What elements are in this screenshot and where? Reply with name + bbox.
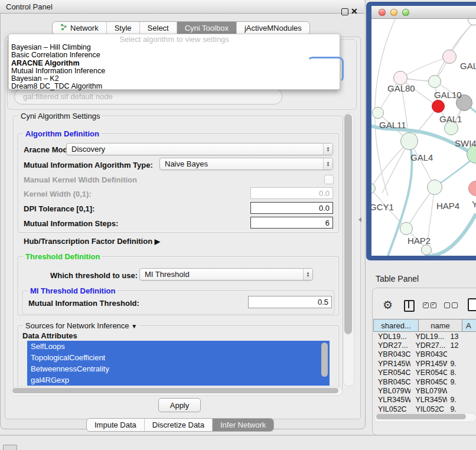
tab-jactivemnodules[interactable]: jActiveMNodules (236, 22, 309, 34)
algorithm-option[interactable]: ARACNE Algorithm (9, 60, 340, 67)
node-label: GAL1 (439, 114, 462, 124)
dpi-tolerance-field[interactable]: 0.0 (250, 202, 333, 214)
table-header: shared... name A (373, 319, 476, 332)
network-node[interactable] (400, 132, 418, 150)
network-node[interactable] (421, 244, 432, 255)
mi-steps-field[interactable]: 6 (250, 217, 333, 229)
mac-close-icon[interactable] (379, 9, 386, 16)
column-header-3[interactable]: A (462, 319, 476, 332)
mac-minimize-icon[interactable] (390, 9, 397, 16)
apply-button[interactable]: Apply (158, 398, 201, 412)
network-node[interactable] (428, 75, 441, 88)
algorithm-option[interactable]: Basic Correlation Inference (9, 51, 340, 59)
table-row[interactable]: YPR145WYPR145W9. (373, 359, 476, 368)
document-icon[interactable] (468, 298, 476, 311)
mi-type-combo[interactable]: Naive Bayes (159, 158, 333, 170)
columns-icon[interactable] (404, 300, 415, 312)
unchecked-boxes-icon[interactable] (444, 302, 458, 308)
stepper-icon (303, 269, 312, 280)
network-selector-combo[interactable]: gal:filtered.sif default node (14, 89, 282, 105)
tab-discretize-data[interactable]: Discretize Data (144, 419, 212, 431)
table-cell: 9. (447, 396, 476, 404)
control-panel-titlebar[interactable]: Control Panel (0, 0, 364, 14)
table-row[interactable]: YDL19...YDL19...13 (373, 332, 476, 341)
algorithm-option[interactable]: Mutual Information Inference (9, 67, 340, 75)
tab-cyni-toolbox[interactable]: Cyni Toolbox (177, 22, 236, 34)
tab-style[interactable]: Style (106, 22, 139, 34)
settings-vscroll-thumb[interactable] (344, 114, 352, 334)
close-icon[interactable]: ✕ (351, 6, 358, 17)
table-cell: 12 (447, 341, 476, 350)
which-threshold-combo[interactable]: MI Threshold (139, 268, 313, 281)
tab-impute-data[interactable]: Impute Data (87, 419, 144, 431)
attribute-item[interactable]: gal4RGexp (27, 374, 330, 386)
mac-zoom-icon[interactable] (402, 9, 409, 16)
kernel-width-label: Kernel Width (0,1): (24, 190, 92, 198)
algorithm-option[interactable]: Bayesian – K2 (9, 75, 340, 83)
attribute-item[interactable]: SelfLoops (27, 341, 330, 352)
panel-splitter-arrow-icon[interactable] (358, 217, 361, 222)
table-cell: YPR145W (373, 360, 410, 368)
table-row[interactable]: YDR27...YDR27...12 (373, 341, 476, 350)
which-threshold-label: Which threshold to use: (50, 271, 138, 280)
mi-threshold-group-title: MI Threshold Definition (28, 286, 118, 295)
mi-steps-label: Mutual Information Steps: (24, 219, 118, 228)
table-row[interactable]: YLR345WYLR345W9. (373, 396, 476, 405)
gear-icon[interactable]: ⚙ (383, 298, 393, 312)
table-cell: YLR345W (373, 396, 410, 404)
attribute-item[interactable]: TopologicalCoefficient (27, 352, 330, 363)
table-row[interactable]: YBR045CYBR045C9. (373, 377, 476, 386)
network-node[interactable] (427, 180, 442, 195)
table-row[interactable]: YBL079WYBL079W (373, 386, 476, 395)
node-label: GAL10 (434, 90, 462, 100)
kernel-width-field[interactable]: 0.0 (250, 187, 333, 199)
manual-kernel-label: Manual Kernel Width Definition (24, 175, 137, 184)
network-icon (60, 24, 67, 32)
mi-threshold-field[interactable]: 0.5 (248, 296, 332, 308)
tab-infer-network[interactable]: Infer Network (212, 419, 273, 431)
node-label: HAP2 (407, 236, 431, 246)
network-node[interactable] (400, 222, 413, 235)
column-header-shared[interactable]: shared... (373, 319, 419, 332)
network-node[interactable] (442, 50, 457, 64)
mi-type-label: Mutual Information Algorithm Type: (24, 161, 153, 169)
network-node[interactable] (372, 107, 384, 119)
collapse-down-icon[interactable]: ▼ (131, 323, 137, 330)
table-hscroll-thumb[interactable] (376, 414, 466, 419)
attribute-list-scrollbar[interactable] (321, 343, 328, 377)
sources-title[interactable]: Sources for Network Inference ▼ (23, 321, 139, 330)
table-row[interactable]: YBR043CYBR043C (373, 350, 476, 359)
node-label: Y (472, 199, 476, 209)
table-row[interactable]: YIL052CYIL052C9. (373, 405, 476, 413)
algorithm-option[interactable]: Bayesian – Hill Climbing (9, 44, 340, 51)
which-threshold-value: MI Threshold (145, 270, 190, 279)
table-row[interactable]: YER054CYER054C8. (373, 369, 476, 377)
algorithm-option[interactable]: Dream8 DC_TDC Algorithm (9, 83, 340, 90)
node-label: HAP4 (436, 201, 459, 211)
tab-select[interactable]: Select (139, 22, 177, 34)
algorithm-dropdown-popup: Select algorithm to view settings Bayesi… (8, 34, 340, 90)
table-panel-title: Table Panel (376, 274, 419, 283)
manual-kernel-checkbox[interactable] (324, 175, 334, 184)
float-window-icon[interactable] (341, 8, 348, 15)
column-header-name[interactable]: name (419, 319, 462, 332)
data-attributes-label: Data Attributes (22, 331, 77, 340)
settings-hscroll-thumb[interactable] (12, 388, 338, 393)
network-node[interactable] (432, 100, 445, 113)
node-label: SWI4 (455, 138, 476, 148)
table-cell: YER054C (410, 369, 446, 377)
table-cell: 9. (447, 405, 476, 413)
table-cell: YDR27... (410, 341, 446, 350)
minimized-panel-icon[interactable] (3, 445, 17, 450)
network-canvas[interactable]: GALGAL80GAL10GAL1GAL11SWI4GAL4GCY1HAP4YH… (371, 19, 476, 256)
expand-right-icon[interactable]: ▶ (155, 237, 160, 246)
checked-boxes-icon[interactable] (423, 302, 436, 308)
hub-definition-expander[interactable]: Hub/Transcription Factor Definition ▶ (24, 237, 160, 246)
tab-network-label: Network (70, 24, 99, 32)
network-window-titlebar[interactable] (371, 6, 476, 19)
table-cell: YDL19... (410, 332, 446, 341)
data-attributes-list[interactable]: SelfLoopsTopologicalCoefficientBetweenne… (27, 341, 330, 386)
aracne-mode-combo[interactable]: Discovery (66, 143, 333, 155)
tab-network[interactable]: Network (53, 22, 106, 34)
attribute-item[interactable]: BetweennessCentrality (27, 363, 330, 374)
